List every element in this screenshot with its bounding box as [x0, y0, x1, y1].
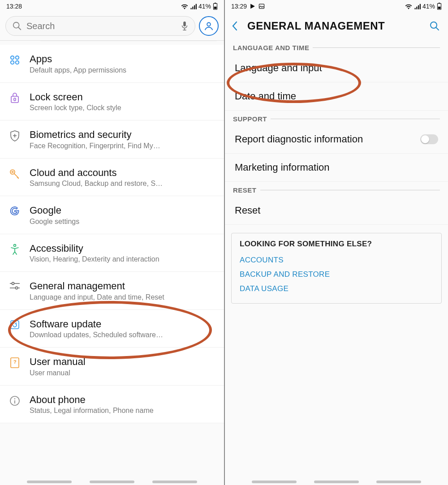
svg-point-19: [14, 244, 16, 246]
card-title: LOOKING FOR SOMETHING ELSE?: [240, 240, 433, 249]
svg-rect-13: [11, 96, 18, 103]
svg-point-10: [16, 56, 19, 59]
item-sub: Google settings: [30, 218, 216, 226]
battery-icon: [213, 3, 218, 10]
item-sub: Download updates, Scheduled software…: [30, 331, 216, 339]
apps-icon: [8, 53, 22, 66]
card-link-accounts[interactable]: ACCOUNTS: [240, 253, 433, 267]
svg-rect-1: [215, 3, 216, 4]
item-title: Google: [30, 204, 216, 217]
mic-icon[interactable]: [181, 21, 189, 31]
item-sub: Screen lock type, Clock style: [30, 104, 216, 112]
settings-item-about-phone[interactable]: About phone Status, Legal information, P…: [0, 386, 224, 424]
back-button[interactable]: [376, 481, 421, 483]
svg-rect-32: [439, 3, 440, 4]
search-icon[interactable]: [429, 21, 440, 31]
svg-rect-5: [183, 21, 186, 26]
section-label: LANGUAGE AND TIME: [233, 44, 309, 52]
status-time: 13:29: [231, 3, 247, 10]
gallery-icon: [258, 3, 265, 9]
section-support: SUPPORT: [225, 111, 448, 125]
status-bar: 13:29 41%: [225, 0, 448, 13]
item-sub: Status, Legal information, Phone name: [30, 407, 216, 415]
search-input[interactable]: [26, 21, 176, 31]
search-box[interactable]: [5, 16, 195, 36]
account-button[interactable]: [199, 16, 219, 36]
home-button[interactable]: [90, 481, 134, 483]
item-reset[interactable]: Reset: [225, 197, 448, 225]
svg-point-23: [15, 287, 17, 289]
item-language-and-input[interactable]: Language and input: [225, 54, 448, 82]
svg-point-12: [16, 61, 19, 64]
status-battery-pct: 41%: [422, 3, 435, 10]
signal-icon: [414, 3, 421, 9]
settings-item-google[interactable]: Google Google settings: [0, 196, 224, 234]
card-link-data-usage[interactable]: DATA USAGE: [240, 282, 433, 296]
item-label: Date and time: [235, 90, 296, 102]
svg-line-4: [18, 27, 21, 30]
item-report-diagnostic[interactable]: Report diagnostic information: [225, 125, 448, 154]
svg-point-11: [11, 61, 14, 64]
section-label: SUPPORT: [233, 115, 267, 123]
item-label: Report diagnostic information: [235, 133, 363, 145]
item-title: Biometrics and security: [30, 129, 216, 141]
lock-icon: [8, 91, 22, 104]
settings-item-biometrics[interactable]: Biometrics and security Face Recognition…: [0, 120, 224, 159]
settings-item-apps[interactable]: Apps Default apps, App permissions: [0, 45, 224, 83]
svg-rect-24: [11, 321, 19, 329]
svg-rect-30: [259, 4, 264, 9]
svg-point-18: [12, 171, 13, 172]
item-marketing-info[interactable]: Marketing information: [225, 154, 448, 182]
wifi-icon: [181, 3, 188, 9]
card-link-backup-restore[interactable]: BACKUP AND RESTORE: [240, 267, 433, 282]
status-time: 13:28: [6, 3, 22, 10]
settings-item-user-manual[interactable]: ? User manual User manual: [0, 348, 224, 386]
home-button[interactable]: [314, 481, 359, 483]
nav-bar: [0, 481, 224, 483]
svg-point-9: [11, 56, 14, 59]
recent-button[interactable]: [27, 481, 72, 483]
toggle-diagnostic[interactable]: [420, 134, 438, 144]
back-icon[interactable]: [230, 21, 239, 31]
signal-icon: [190, 3, 197, 9]
search-icon: [12, 21, 22, 31]
item-title: About phone: [30, 394, 216, 406]
item-title: Accessibility: [30, 242, 216, 255]
battery-icon: [437, 3, 442, 10]
search-bar-row: [0, 13, 224, 41]
play-store-icon: [250, 3, 256, 9]
divider: [40, 41, 217, 41]
accessibility-icon: [8, 242, 22, 255]
item-sub: Samsung Cloud, Backup and restore, S…: [30, 180, 216, 188]
item-label: Marketing information: [235, 162, 330, 173]
item-sub: Face Recognition, Fingerprint, Find My…: [30, 142, 216, 150]
settings-item-accessibility[interactable]: Accessibility Vision, Hearing, Dexterity…: [0, 234, 224, 272]
item-date-and-time[interactable]: Date and time: [225, 82, 448, 111]
nav-bar: [225, 481, 448, 483]
shield-plus-icon: [8, 129, 22, 142]
settings-list: Apps Default apps, App permissions Lock …: [0, 45, 224, 423]
section-language-time: LANGUAGE AND TIME: [225, 39, 448, 54]
settings-item-cloud[interactable]: Cloud and accounts Samsung Cloud, Backup…: [0, 159, 224, 197]
item-label: Reset: [235, 205, 260, 216]
screen-title: GENERAL MANAGEMENT: [247, 20, 385, 32]
settings-item-lockscreen[interactable]: Lock screen Screen lock type, Clock styl…: [0, 83, 224, 121]
item-sub: Vision, Hearing, Dexterity and interacti…: [30, 255, 216, 263]
recent-button[interactable]: [252, 481, 297, 483]
wifi-icon: [405, 3, 412, 9]
item-sub: Default apps, App permissions: [30, 66, 216, 74]
section-label: RESET: [233, 186, 257, 194]
settings-item-software-update[interactable]: Software update Download updates, Schedu…: [0, 310, 224, 348]
back-button[interactable]: [152, 481, 197, 483]
item-title: Apps: [30, 53, 216, 65]
svg-rect-33: [438, 7, 441, 9]
status-bar: 13:28 41%: [0, 0, 224, 13]
person-icon: [204, 21, 214, 31]
key-icon: [8, 167, 22, 180]
item-title: General management: [30, 280, 216, 292]
google-icon: [8, 204, 22, 216]
item-title: Lock screen: [30, 91, 216, 103]
item-label: Language and input: [235, 62, 322, 74]
sliders-icon: [8, 280, 22, 290]
settings-item-general-management[interactable]: General management Language and input, D…: [0, 272, 224, 310]
